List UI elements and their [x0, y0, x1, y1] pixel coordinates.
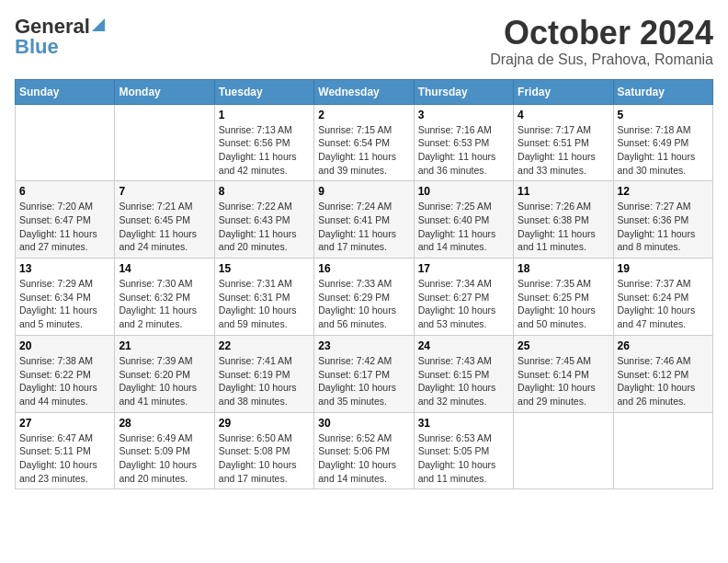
calendar-cell: 9Sunrise: 7:24 AM Sunset: 6:41 PM Daylig… — [314, 181, 414, 259]
month-title: October 2024 — [490, 15, 713, 52]
day-number: 4 — [518, 109, 609, 121]
column-header-wednesday: Wednesday — [314, 79, 414, 104]
calendar-cell: 3Sunrise: 7:16 AM Sunset: 6:53 PM Daylig… — [414, 104, 513, 181]
calendar-cell: 28Sunrise: 6:49 AM Sunset: 5:09 PM Dayli… — [115, 412, 214, 489]
calendar-cell: 11Sunrise: 7:26 AM Sunset: 6:38 PM Dayli… — [514, 181, 613, 259]
day-info: Sunrise: 7:38 AM Sunset: 6:22 PM Dayligh… — [19, 354, 110, 408]
day-info: Sunrise: 7:33 AM Sunset: 6:29 PM Dayligh… — [318, 277, 409, 331]
day-info: Sunrise: 7:24 AM Sunset: 6:41 PM Dayligh… — [318, 200, 409, 254]
day-info: Sunrise: 7:41 AM Sunset: 6:19 PM Dayligh… — [219, 354, 310, 408]
calendar-cell: 23Sunrise: 7:42 AM Sunset: 6:17 PM Dayli… — [314, 335, 414, 412]
day-info: Sunrise: 6:47 AM Sunset: 5:11 PM Dayligh… — [19, 431, 110, 486]
calendar-cell: 19Sunrise: 7:37 AM Sunset: 6:24 PM Dayli… — [613, 259, 712, 336]
day-number: 17 — [418, 262, 509, 275]
calendar-cell: 22Sunrise: 7:41 AM Sunset: 6:19 PM Dayli… — [214, 335, 313, 412]
day-number: 1 — [219, 109, 310, 121]
page-header: General Blue October 2024 Drajna de Sus,… — [15, 15, 713, 68]
logo-arrow-icon — [92, 18, 105, 31]
calendar-cell: 1Sunrise: 7:13 AM Sunset: 6:56 PM Daylig… — [214, 104, 313, 181]
day-info: Sunrise: 7:46 AM Sunset: 6:12 PM Dayligh… — [618, 354, 709, 408]
calendar-cell: 21Sunrise: 7:39 AM Sunset: 6:20 PM Dayli… — [115, 335, 214, 412]
calendar-cell: 17Sunrise: 7:34 AM Sunset: 6:27 PM Dayli… — [414, 259, 513, 336]
logo-blue: Blue — [15, 35, 59, 59]
calendar-cell: 15Sunrise: 7:31 AM Sunset: 6:31 PM Dayli… — [214, 259, 313, 336]
day-number: 12 — [618, 185, 709, 198]
calendar-cell: 10Sunrise: 7:25 AM Sunset: 6:40 PM Dayli… — [414, 181, 513, 259]
calendar-header-row: SundayMondayTuesdayWednesdayThursdayFrid… — [16, 79, 713, 104]
calendar-cell: 25Sunrise: 7:45 AM Sunset: 6:14 PM Dayli… — [514, 335, 613, 412]
location-title: Drajna de Sus, Prahova, Romania — [490, 52, 713, 68]
day-info: Sunrise: 7:45 AM Sunset: 6:14 PM Dayligh… — [518, 354, 609, 408]
logo: General Blue — [15, 15, 105, 59]
day-info: Sunrise: 7:27 AM Sunset: 6:36 PM Dayligh… — [618, 200, 709, 254]
calendar-cell: 6Sunrise: 7:20 AM Sunset: 6:47 PM Daylig… — [16, 181, 115, 259]
day-info: Sunrise: 7:34 AM Sunset: 6:27 PM Dayligh… — [418, 277, 509, 331]
calendar-table: SundayMondayTuesdayWednesdayThursdayFrid… — [15, 79, 713, 490]
day-number: 9 — [318, 185, 409, 198]
calendar-cell — [115, 104, 214, 181]
day-info: Sunrise: 7:43 AM Sunset: 6:15 PM Dayligh… — [418, 354, 509, 408]
day-info: Sunrise: 7:42 AM Sunset: 6:17 PM Dayligh… — [318, 354, 409, 408]
day-number: 21 — [119, 339, 210, 352]
day-number: 19 — [618, 262, 709, 275]
calendar-cell: 4Sunrise: 7:17 AM Sunset: 6:51 PM Daylig… — [514, 104, 613, 181]
day-number: 16 — [318, 262, 409, 275]
day-info: Sunrise: 7:16 AM Sunset: 6:53 PM Dayligh… — [418, 123, 509, 178]
day-number: 20 — [19, 339, 110, 352]
day-info: Sunrise: 7:17 AM Sunset: 6:51 PM Dayligh… — [518, 123, 609, 178]
day-info: Sunrise: 7:20 AM Sunset: 6:47 PM Dayligh… — [19, 200, 110, 254]
day-info: Sunrise: 7:26 AM Sunset: 6:38 PM Dayligh… — [518, 200, 609, 254]
day-info: Sunrise: 7:39 AM Sunset: 6:20 PM Dayligh… — [119, 354, 210, 408]
column-header-monday: Monday — [115, 79, 214, 104]
day-number: 11 — [518, 185, 609, 198]
day-number: 25 — [518, 339, 609, 352]
calendar-cell: 26Sunrise: 7:46 AM Sunset: 6:12 PM Dayli… — [613, 335, 712, 412]
calendar-cell: 2Sunrise: 7:15 AM Sunset: 6:54 PM Daylig… — [314, 104, 414, 181]
day-number: 28 — [119, 417, 210, 430]
calendar-cell: 31Sunrise: 6:53 AM Sunset: 5:05 PM Dayli… — [414, 412, 513, 489]
calendar-cell: 29Sunrise: 6:50 AM Sunset: 5:08 PM Dayli… — [214, 412, 313, 489]
calendar-week-row: 27Sunrise: 6:47 AM Sunset: 5:11 PM Dayli… — [16, 412, 713, 489]
calendar-cell: 13Sunrise: 7:29 AM Sunset: 6:34 PM Dayli… — [16, 259, 115, 336]
calendar-cell — [613, 412, 712, 489]
column-header-friday: Friday — [514, 79, 613, 104]
day-number: 31 — [418, 417, 509, 430]
column-header-tuesday: Tuesday — [214, 79, 313, 104]
day-info: Sunrise: 7:15 AM Sunset: 6:54 PM Dayligh… — [318, 123, 409, 178]
title-block: October 2024 Drajna de Sus, Prahova, Rom… — [490, 15, 713, 68]
day-number: 14 — [119, 262, 210, 275]
calendar-cell: 18Sunrise: 7:35 AM Sunset: 6:25 PM Dayli… — [514, 259, 613, 336]
column-header-thursday: Thursday — [414, 79, 513, 104]
calendar-cell: 24Sunrise: 7:43 AM Sunset: 6:15 PM Dayli… — [414, 335, 513, 412]
day-info: Sunrise: 7:35 AM Sunset: 6:25 PM Dayligh… — [518, 277, 609, 331]
day-number: 3 — [418, 109, 509, 121]
calendar-cell: 30Sunrise: 6:52 AM Sunset: 5:06 PM Dayli… — [314, 412, 414, 489]
day-info: Sunrise: 7:25 AM Sunset: 6:40 PM Dayligh… — [418, 200, 509, 254]
column-header-sunday: Sunday — [16, 79, 115, 104]
calendar-cell — [16, 104, 115, 181]
calendar-week-row: 13Sunrise: 7:29 AM Sunset: 6:34 PM Dayli… — [16, 259, 713, 336]
day-number: 30 — [318, 417, 409, 430]
day-info: Sunrise: 7:22 AM Sunset: 6:43 PM Dayligh… — [219, 200, 310, 254]
calendar-cell: 8Sunrise: 7:22 AM Sunset: 6:43 PM Daylig… — [214, 181, 313, 259]
day-number: 5 — [618, 109, 709, 121]
day-info: Sunrise: 7:13 AM Sunset: 6:56 PM Dayligh… — [219, 123, 310, 178]
calendar-week-row: 6Sunrise: 7:20 AM Sunset: 6:47 PM Daylig… — [16, 181, 713, 259]
day-number: 7 — [119, 185, 210, 198]
day-number: 18 — [518, 262, 609, 275]
day-info: Sunrise: 6:49 AM Sunset: 5:09 PM Dayligh… — [119, 431, 210, 486]
column-header-saturday: Saturday — [613, 79, 712, 104]
day-info: Sunrise: 7:37 AM Sunset: 6:24 PM Dayligh… — [618, 277, 709, 331]
calendar-cell: 14Sunrise: 7:30 AM Sunset: 6:32 PM Dayli… — [115, 259, 214, 336]
calendar-cell: 27Sunrise: 6:47 AM Sunset: 5:11 PM Dayli… — [16, 412, 115, 489]
day-info: Sunrise: 7:18 AM Sunset: 6:49 PM Dayligh… — [618, 123, 709, 178]
day-number: 8 — [219, 185, 310, 198]
calendar-week-row: 20Sunrise: 7:38 AM Sunset: 6:22 PM Dayli… — [16, 335, 713, 412]
day-number: 2 — [318, 109, 409, 121]
calendar-cell: 7Sunrise: 7:21 AM Sunset: 6:45 PM Daylig… — [115, 181, 214, 259]
calendar-cell — [514, 412, 613, 489]
day-number: 13 — [19, 262, 110, 275]
day-number: 6 — [19, 185, 110, 198]
day-info: Sunrise: 7:30 AM Sunset: 6:32 PM Dayligh… — [119, 277, 210, 331]
day-info: Sunrise: 7:31 AM Sunset: 6:31 PM Dayligh… — [219, 277, 310, 331]
